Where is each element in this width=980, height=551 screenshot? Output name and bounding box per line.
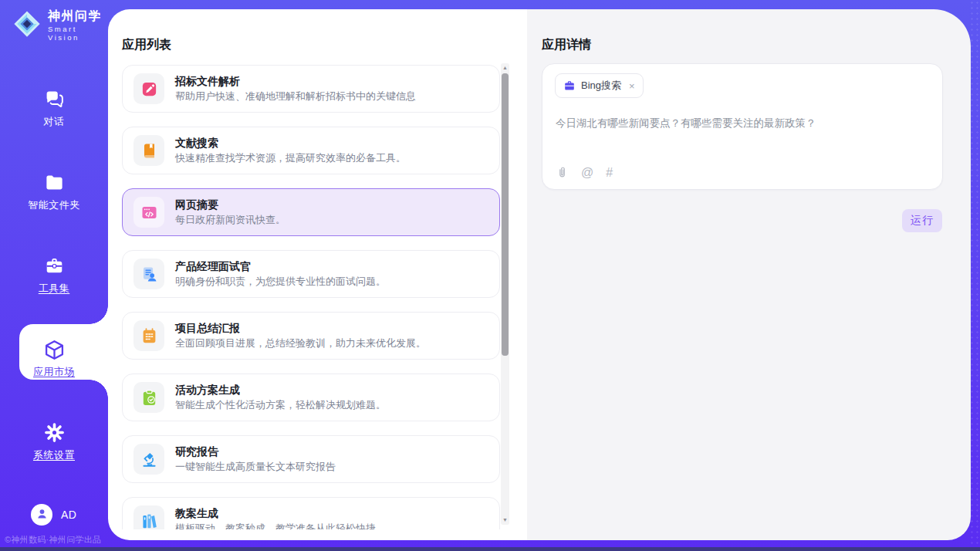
app-item-desc: 明确身份和职责，为您提供专业性的面试问题。 (175, 276, 386, 288)
sidebar-item-label: 智能文件夹 (28, 198, 80, 212)
app-list-item-7[interactable]: 教案生成模板驱动，教案秒成，教学准备从此轻松快捷 (122, 497, 500, 529)
interviewer-icon (140, 265, 158, 283)
book-icon (140, 142, 158, 160)
app-list-item-0[interactable]: 招标文件解析帮助用户快速、准确地理解和解析招标书中的关键信息 (122, 65, 500, 113)
dot-pattern-decoration (969, 0, 980, 551)
app-item-name: 活动方案生成 (175, 384, 386, 396)
app-item-name: 网页摘要 (175, 198, 286, 211)
app-icon-tile (133, 259, 164, 289)
user-initials: AD (61, 509, 76, 521)
app-icon-tile (133, 382, 164, 413)
briefcase-icon (563, 79, 576, 92)
brand-name: 神州问学 (48, 9, 108, 23)
avatar (31, 504, 52, 526)
toolbox-icon (0, 255, 108, 277)
composer-toolbar: @ # (556, 166, 613, 179)
app-list-item-5[interactable]: 活动方案生成智能生成个性化活动方案，轻松解决规划难题。 (122, 374, 500, 421)
cube-icon (0, 338, 108, 360)
mention-icon[interactable]: @ (581, 166, 593, 179)
run-button[interactable]: 运行 (902, 209, 942, 232)
user-profile[interactable]: AD (31, 504, 76, 526)
app-item-texts: 教案生成模板驱动，教案秒成，教学准备从此轻松快捷 (175, 507, 376, 529)
gear-icon (0, 421, 108, 444)
microscope-icon (140, 451, 158, 468)
app-icon-tile (133, 444, 164, 475)
app-item-desc: 全面回顾项目进展，总结经验教训，助力未来优化发展。 (175, 338, 426, 350)
copyright-text: ©神州数码·神州问学出品 (5, 534, 101, 546)
app-item-desc: 快速精准查找学术资源，提高研究效率的必备工具。 (175, 153, 406, 164)
app-list-item-4[interactable]: 项目总结汇报全面回顾项目进展，总结经验教训，助力未来优化发展。 (122, 312, 500, 360)
app-item-desc: 一键智能生成高质量长文本研究报告 (175, 461, 336, 473)
app-item-texts: 产品经理面试官明确身份和职责，为您提供专业性的面试问题。 (175, 260, 386, 287)
app-item-name: 产品经理面试官 (175, 260, 386, 272)
sidebar-item-label: 系统设置 (33, 448, 75, 462)
brand-text: 神州问学 Smart Vision (48, 9, 108, 42)
app-detail-title: 应用详情 (542, 37, 591, 53)
sidebar: 神州问学 Smart Vision 对话智能文件夹工具集应用市场系统设置 AD … (0, 0, 108, 551)
app-item-texts: 项目总结汇报全面回顾项目进展，总结经验教训，助力未来优化发展。 (175, 322, 426, 349)
brand-subtitle: Smart Vision (48, 25, 108, 42)
sidebar-item-label: 对话 (44, 115, 65, 129)
scroll-up-icon[interactable]: ▲ (501, 63, 509, 73)
report-note-icon (140, 327, 158, 345)
brand-logo: 神州问学 Smart Vision (12, 9, 108, 42)
app-item-name: 研究报告 (175, 445, 336, 458)
books-icon (140, 512, 158, 530)
chat-icon (0, 88, 108, 110)
app-item-texts: 文献搜索快速精准查找学术资源，提高研究效率的必备工具。 (175, 137, 406, 164)
app-item-texts: 活动方案生成智能生成个性化活动方案，轻松解决规划难题。 (175, 384, 386, 411)
prompt-card: Bing搜索 × 今日湖北有哪些新闻要点？有哪些需要关注的最新政策？ @ # (542, 63, 943, 190)
attachment-icon[interactable] (556, 166, 569, 179)
sidebar-item-3[interactable]: 应用市场 (0, 338, 108, 379)
app-icon-tile (133, 135, 164, 166)
app-item-texts: 网页摘要每日政府新闻资讯快查。 (175, 198, 286, 225)
tool-tag-label: Bing搜索 (581, 79, 621, 93)
edit-doc-icon (140, 80, 158, 98)
sidebar-item-label: 工具集 (39, 282, 70, 296)
sidebar-item-4[interactable]: 系统设置 (0, 421, 108, 462)
app-list-item-3[interactable]: 产品经理面试官明确身份和职责，为您提供专业性的面试问题。 (122, 250, 500, 298)
app-list-title: 应用列表 (122, 37, 171, 53)
app-icon-tile (133, 197, 164, 228)
sidebar-item-0[interactable]: 对话 (0, 88, 108, 129)
app-item-desc: 智能生成个性化活动方案，轻松解决规划难题。 (175, 400, 386, 411)
bottom-edge (0, 547, 980, 551)
clipboard-check-icon (140, 389, 158, 407)
app-item-name: 项目总结汇报 (175, 322, 426, 334)
tool-tag-bing[interactable]: Bing搜索 × (555, 73, 644, 98)
diamond-logo-icon (12, 9, 42, 42)
app-item-texts: 招标文件解析帮助用户快速、准确地理解和解析招标书中的关键信息 (175, 75, 416, 102)
user-icon (35, 507, 49, 523)
prompt-input[interactable]: 今日湖北有哪些新闻要点？有哪些需要关注的最新政策？ (556, 117, 930, 131)
app-item-desc: 模板驱动，教案秒成，教学准备从此轻松快捷 (175, 523, 376, 529)
scrollbar[interactable]: ▲ ▼ (501, 63, 509, 525)
app-list-item-1[interactable]: 文献搜索快速精准查找学术资源，提高研究效率的必备工具。 (122, 127, 500, 174)
hash-icon[interactable]: # (606, 166, 613, 179)
folder-icon (0, 171, 108, 194)
app-list-item-2[interactable]: 网页摘要每日政府新闻资讯快查。 (122, 188, 500, 236)
app-icon-tile (133, 320, 164, 351)
app-list-item-6[interactable]: 研究报告一键智能生成高质量长文本研究报告 (122, 435, 500, 483)
app-item-desc: 每日政府新闻资讯快查。 (175, 215, 286, 226)
tag-close-icon[interactable]: × (629, 80, 635, 92)
app-item-name: 招标文件解析 (175, 75, 416, 87)
app-icon-tile (133, 73, 164, 104)
app-detail-panel: 应用详情 Bing搜索 × 今日湖北有哪些新闻要点？有哪些需要关注的最新政策？ … (527, 9, 971, 540)
app-list-panel: 应用列表 招标文件解析帮助用户快速、准确地理解和解析招标书中的关键信息文献搜索快… (108, 9, 527, 540)
web-code-icon (140, 204, 158, 221)
app-item-desc: 帮助用户快速、准确地理解和解析招标书中的关键信息 (175, 91, 416, 103)
sidebar-item-1[interactable]: 智能文件夹 (0, 171, 108, 212)
app-list: 招标文件解析帮助用户快速、准确地理解和解析招标书中的关键信息文献搜索快速精准查找… (122, 65, 500, 529)
app-item-texts: 研究报告一键智能生成高质量长文本研究报告 (175, 445, 336, 472)
sidebar-item-2[interactable]: 工具集 (0, 255, 108, 296)
app-item-name: 文献搜索 (175, 137, 406, 149)
sidebar-item-label: 应用市场 (33, 365, 75, 379)
app-window: 神州问学 Smart Vision 对话智能文件夹工具集应用市场系统设置 AD … (0, 0, 980, 551)
app-icon-tile (133, 505, 164, 529)
app-item-name: 教案生成 (175, 507, 376, 519)
scrollbar-thumb[interactable] (502, 73, 509, 356)
scroll-down-icon[interactable]: ▼ (501, 516, 509, 525)
